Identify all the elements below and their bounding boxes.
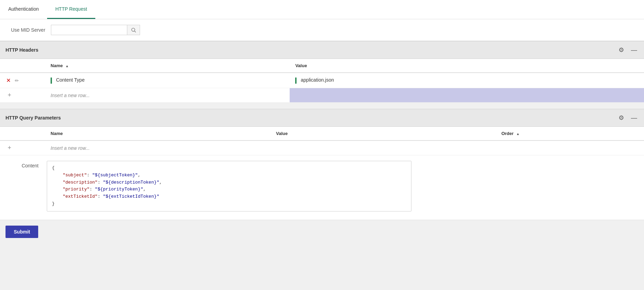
http-query-params-table-container: Name Value Order ▲ + Insert a new row... — [0, 127, 644, 155]
sort-arrow-order: ▲ — [516, 132, 519, 136]
http-query-params-section-header: HTTP Query Parameters ⚙ — — [0, 109, 644, 127]
http-qp-insert-plus[interactable]: + — [0, 141, 45, 155]
http-qp-col-actions — [0, 127, 45, 141]
http-query-params-actions: ⚙ — — [617, 113, 638, 122]
http-headers-table-container: Name ▲ Value ✕ ✏ — [0, 59, 644, 103]
content-brace-close: } — [52, 201, 55, 206]
http-headers-gear-button[interactable]: ⚙ — [617, 45, 625, 54]
content-val-extticketid: "${extTicketIdToken}" — [103, 194, 159, 199]
http-qp-col-value[interactable]: Value — [270, 127, 496, 141]
tab-http-request[interactable]: HTTP Request — [47, 0, 95, 19]
http-headers-row-0-value: application.json — [290, 73, 644, 88]
search-icon — [131, 27, 136, 33]
plus-icon[interactable]: + — [6, 144, 13, 152]
svg-line-1 — [135, 31, 136, 32]
http-headers-insert-label[interactable]: Insert a new row... — [45, 88, 290, 103]
http-query-params-column-headers: Name Value Order ▲ — [0, 127, 644, 141]
tab-authentication[interactable]: Authentication — [0, 0, 47, 19]
mid-server-row: Use MID Server — [0, 19, 644, 41]
mid-server-search-button[interactable] — [127, 25, 140, 35]
tab-bar: Authentication HTTP Request — [0, 0, 644, 19]
content-val-priority: "${priorityToken}" — [95, 187, 143, 192]
minus-icon: — — [631, 114, 637, 122]
mid-server-label: Use MID Server — [11, 27, 45, 33]
gear-icon: ⚙ — [619, 114, 624, 122]
http-qp-insert-row[interactable]: + Insert a new row... — [0, 141, 644, 155]
http-query-params-gear-button[interactable]: ⚙ — [617, 113, 625, 122]
http-headers-insert-value — [290, 88, 644, 103]
mid-server-input[interactable] — [51, 25, 127, 35]
plus-icon[interactable]: + — [6, 91, 13, 99]
http-headers-actions: ⚙ — — [617, 45, 638, 54]
http-headers-col-name[interactable]: Name ▲ — [45, 59, 290, 73]
minus-icon: — — [631, 46, 637, 54]
green-indicator — [51, 77, 52, 84]
http-headers-row-0-name: Content Type — [45, 73, 290, 88]
http-query-params-table: Name Value Order ▲ + Insert a new row... — [0, 127, 644, 155]
section-gap-1 — [0, 103, 644, 109]
http-headers-collapse-button[interactable]: — — [630, 46, 638, 54]
row-action-buttons: ✕ ✏ — [6, 76, 26, 84]
http-headers-table: Name ▲ Value ✕ ✏ — [0, 59, 644, 103]
content-area: Content { "subject": "${subjectToken}", … — [0, 155, 644, 220]
http-headers-col-actions — [0, 59, 45, 73]
content-key-extticketid: "extTicketId" — [63, 194, 97, 199]
content-val-description: "${descriptionToken}" — [103, 180, 159, 185]
delete-icon: ✕ — [6, 77, 11, 83]
http-headers-column-headers: Name ▲ Value — [0, 59, 644, 73]
http-headers-insert-plus[interactable]: + — [0, 88, 45, 103]
http-headers-row-0-edit[interactable]: ✏ — [14, 77, 20, 84]
http-query-params-title: HTTP Query Parameters — [6, 115, 61, 121]
submit-button[interactable]: Submit — [6, 226, 38, 238]
svg-point-0 — [131, 28, 135, 31]
content-brace-open: { — [52, 165, 55, 170]
content-key-description: "description" — [63, 180, 97, 185]
http-headers-col-value[interactable]: Value — [290, 59, 644, 73]
http-qp-col-order[interactable]: Order ▲ — [496, 127, 644, 141]
content-label: Content — [11, 161, 39, 168]
http-headers-row-0-delete[interactable]: ✕ — [6, 76, 11, 84]
http-headers-row-0-actions: ✕ ✏ — [0, 73, 45, 88]
http-headers-title: HTTP Headers — [6, 47, 38, 53]
mid-server-input-wrapper — [51, 25, 140, 35]
content-val-subject: "${subjectToken}" — [92, 173, 138, 178]
http-headers-insert-row[interactable]: + Insert a new row... — [0, 88, 644, 103]
sort-arrow-name: ▲ — [65, 64, 69, 68]
http-qp-col-name[interactable]: Name — [45, 127, 270, 141]
content-editor[interactable]: { "subject": "${subjectToken}", "descrip… — [47, 161, 411, 211]
content-key-subject: "subject" — [63, 173, 87, 178]
gear-icon: ⚙ — [619, 46, 624, 54]
http-headers-row-0: ✕ ✏ Content Type application.json — [0, 73, 644, 88]
http-qp-insert-label[interactable]: Insert a new row... — [45, 141, 644, 155]
footer-bar: Submit — [0, 220, 644, 244]
content-key-priority: "priority" — [63, 187, 89, 192]
edit-icon: ✏ — [15, 78, 19, 83]
green-indicator — [295, 77, 297, 84]
http-headers-section-header: HTTP Headers ⚙ — — [0, 41, 644, 59]
http-query-params-collapse-button[interactable]: — — [630, 114, 638, 122]
